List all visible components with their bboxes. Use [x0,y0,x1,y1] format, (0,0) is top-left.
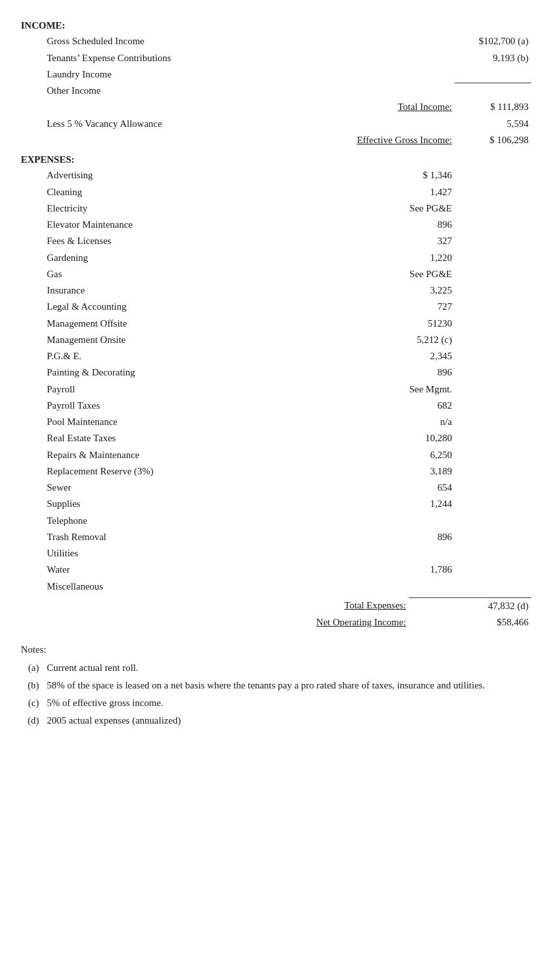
expense-value-1: 1,427 [302,184,455,200]
expense-label-11: P.G.& E. [21,348,302,364]
expense-label-7: Insurance [21,282,302,299]
expense-label-20: Supplies [21,496,302,512]
list-item: Repairs & Maintenance 6,250 [21,447,531,463]
note-text-2: 5% of effective gross income. [47,696,531,711]
expense-value-20: 1,244 [302,496,455,512]
note-item: (b) 58% of the space is leased on a net … [21,678,531,693]
notes-section: Notes: (a) Current actual rent roll. (b)… [21,642,531,728]
note-label-0: (a) [21,660,39,675]
total-expenses-label: Total Expenses: [256,597,409,614]
expense-value-0: $ 1,346 [302,167,455,184]
expense-value-8: 727 [302,299,455,315]
income-tenant-label: Tenants’ Expense Contributions [21,50,302,66]
list-item: Advertising $ 1,346 [21,167,531,184]
expense-label-21: Telephone [21,513,302,529]
income-laundry-label: Laundry Income [21,66,302,83]
list-item: Legal & Accounting 727 [21,299,531,315]
vacancy-label: Less 5 % Vacancy Allowance [21,116,302,132]
total-income-label: Total Income: [302,99,455,115]
list-item: Fees & Licenses 327 [21,233,531,249]
expenses-header: EXPENSES: [21,152,531,167]
list-item: Supplies 1,244 [21,496,531,512]
expense-label-3: Elevator Maintenance [21,217,302,233]
list-item: Pool Maintenance n/a [21,414,531,430]
list-item: Gas See PG&E [21,266,531,282]
expense-label-12: Painting & Decorating [21,364,302,381]
expense-value-12: 896 [302,364,455,381]
list-item: Real Estate Taxes 10,280 [21,430,531,446]
noi-label: Net Operating Income: [256,614,409,631]
list-item: P.G.& E. 2,345 [21,348,531,364]
note-text-3: 2005 actual expenses (annualized) [47,713,531,728]
note-label-1: (b) [21,678,39,693]
expense-label-2: Electricity [21,200,302,217]
list-item: Utilities [21,545,531,562]
expense-value-9: 51230 [302,316,455,332]
expense-label-8: Legal & Accounting [21,299,302,315]
expense-label-19: Sewer [21,480,302,496]
income-gross-label: Gross Scheduled Income [21,33,302,49]
vacancy-value: 5,594 [454,116,531,132]
total-income-value: $ 111,893 [454,99,531,115]
list-item: Elevator Maintenance 896 [21,217,531,233]
expense-value-4: 327 [302,233,455,249]
list-item: Laundry Income [21,66,531,83]
expense-label-13: Payroll [21,381,302,398]
list-item: Electricity See PG&E [21,200,531,217]
noi-value: $58,466 [409,614,531,631]
expense-value-24: 1,786 [302,562,455,578]
expense-label-10: Management Onsite [21,332,302,348]
income-gross-value: $102,700 (a) [454,33,531,49]
expense-label-15: Pool Maintenance [21,414,302,430]
expense-value-17: 6,250 [302,447,455,463]
vacancy-row: Less 5 % Vacancy Allowance 5,594 [21,116,531,132]
list-item: Tenants’ Expense Contributions 9,193 (b) [21,50,531,66]
income-laundry-value [454,66,531,83]
expense-label-9: Management Offsite [21,316,302,332]
expenses-section: EXPENSES: Advertising $ 1,346 Cleaning 1… [21,152,531,631]
list-item: Other Income [21,83,531,99]
list-item: Water 1,786 [21,562,531,578]
list-item: Painting & Decorating 896 [21,364,531,381]
expense-value-7: 3,225 [302,282,455,299]
expense-label-18: Replacement Reserve (3%) [21,463,302,480]
expense-value-19: 654 [302,480,455,496]
income-other-label: Other Income [21,83,302,99]
expense-label-25: Miscellaneous [21,578,302,595]
total-expenses-row: Total Expenses: 47,832 (d) [21,597,531,614]
list-item: Gardening 1,220 [21,250,531,266]
note-item: (c) 5% of effective gross income. [21,696,531,711]
expense-label-24: Water [21,562,302,578]
list-item: Cleaning 1,427 [21,184,531,200]
expense-label-23: Utilities [21,545,302,562]
list-item: Insurance 3,225 [21,282,531,299]
list-item: Sewer 654 [21,480,531,496]
expense-value-3: 896 [302,217,455,233]
list-item: Miscellaneous [21,578,531,595]
list-item: Management Offsite 51230 [21,316,531,332]
expense-label-4: Fees & Licenses [21,233,302,249]
expense-value-13: See Mgmt. [302,381,455,398]
expense-value-25 [302,578,455,595]
list-item: Replacement Reserve (3%) 3,189 [21,463,531,480]
income-section: INCOME: Gross Scheduled Income $102,700 … [21,18,531,148]
egi-label: Effective Gross Income: [302,132,455,148]
egi-row: Effective Gross Income: $ 106,298 [21,132,531,148]
egi-value: $ 106,298 [454,132,531,148]
expense-label-14: Payroll Taxes [21,398,302,414]
list-item: Telephone [21,513,531,529]
list-item: Management Onsite 5,212 (c) [21,332,531,348]
expense-value-11: 2,345 [302,348,455,364]
expense-value-18: 3,189 [302,463,455,480]
note-label-2: (c) [21,696,39,711]
expense-value-6: See PG&E [302,266,455,282]
income-tenant-value: 9,193 (b) [454,50,531,66]
total-income-row: Total Income: $ 111,893 [21,99,531,115]
income-header: INCOME: [21,18,531,33]
note-item: (a) Current actual rent roll. [21,660,531,675]
expense-value-2: See PG&E [302,200,455,217]
note-text-0: Current actual rent roll. [47,660,531,675]
total-expenses-value: 47,832 (d) [409,597,531,614]
expense-label-17: Repairs & Maintenance [21,447,302,463]
expense-value-22: 896 [302,529,455,545]
